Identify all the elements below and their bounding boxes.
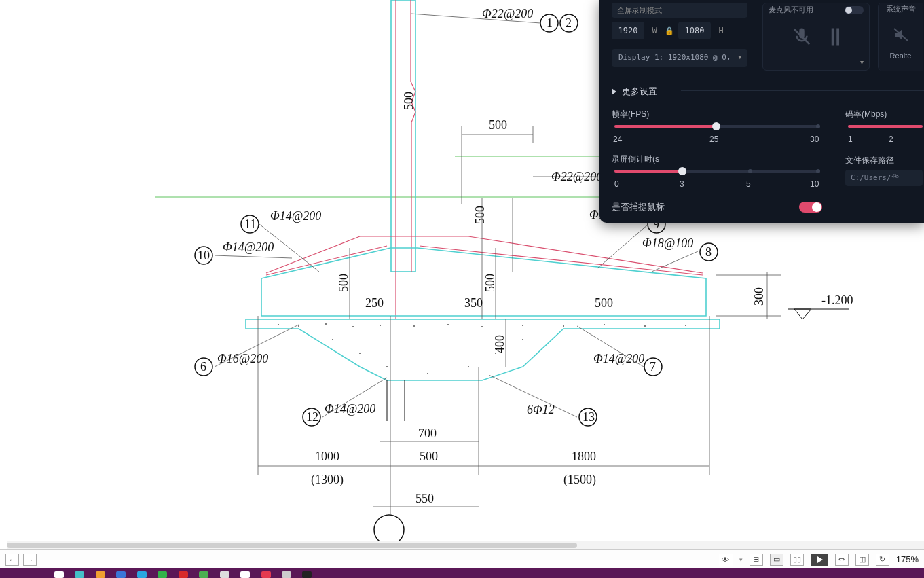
svg-point-27 — [468, 366, 469, 367]
svg-point-21 — [644, 325, 646, 327]
svg-text:(1500): (1500) — [563, 473, 596, 487]
svg-text:Φ22@200: Φ22@200 — [482, 7, 533, 20]
more-settings-label: 更多设置 — [622, 86, 657, 98]
rotate-icon[interactable]: ↻ — [876, 554, 889, 566]
play-icon — [815, 556, 824, 564]
svg-text:Φ14@200: Φ14@200 — [325, 402, 375, 416]
countdown-label: 录屏倒计时(s — [612, 153, 659, 165]
svg-point-12 — [325, 323, 327, 325]
svg-text:500: 500 — [420, 450, 438, 463]
svg-point-20 — [604, 324, 605, 325]
svg-text:1: 1 — [547, 16, 553, 30]
fps-slider[interactable] — [614, 125, 818, 128]
svg-text:(1300): (1300) — [311, 473, 344, 487]
cd-tick-3: 3 — [680, 179, 684, 189]
height-input[interactable] — [678, 22, 711, 39]
svg-text:300: 300 — [752, 287, 766, 306]
bitrate-slider[interactable] — [848, 125, 923, 128]
svg-point-11 — [298, 325, 299, 327]
svg-point-24 — [359, 353, 361, 354]
viewer-bottom-toolbar: ← → 👁 ▾ ⊟ ▭ ▯▯ ⇔ ◫ ↻ 175% — [0, 549, 924, 568]
svg-text:1000: 1000 — [315, 450, 339, 463]
crop-icon[interactable]: ◫ — [855, 554, 869, 566]
svg-text:500: 500 — [483, 274, 497, 292]
width-input[interactable] — [612, 22, 644, 39]
bitrate-label: 码率(Mbps) — [845, 109, 887, 120]
path-input[interactable]: C:/Users/华硕/Vide — [845, 170, 923, 186]
divider — [681, 90, 924, 91]
single-page-icon[interactable]: ▭ — [770, 554, 783, 566]
countdown-slider[interactable] — [614, 170, 818, 173]
svg-point-18 — [522, 325, 523, 326]
svg-text:Φ22@200: Φ22@200 — [551, 170, 602, 183]
svg-text:10: 10 — [198, 249, 210, 262]
chevron-down-icon[interactable]: ▾ — [860, 58, 864, 66]
svg-text:550: 550 — [415, 492, 434, 505]
svg-text:500: 500 — [337, 274, 350, 292]
svg-point-15 — [413, 325, 415, 327]
svg-text:250: 250 — [365, 296, 384, 310]
display-select[interactable]: Display 1: 1920x1080 @ 0, — [612, 49, 747, 67]
svg-text:6: 6 — [200, 360, 206, 374]
svg-line-8 — [266, 236, 360, 273]
microphone-box: 麦克风不可用 ▾ — [762, 3, 870, 71]
play-button[interactable] — [811, 554, 828, 566]
svg-text:Φ16@200: Φ16@200 — [217, 352, 268, 365]
svg-text:11: 11 — [244, 217, 256, 231]
svg-point-79 — [374, 515, 404, 545]
svg-text:7: 7 — [650, 360, 656, 374]
svg-point-14 — [380, 325, 381, 326]
svg-point-22 — [685, 325, 686, 326]
svg-line-52 — [215, 255, 292, 258]
svg-text:13: 13 — [583, 410, 595, 424]
cd-tick-0: 0 — [614, 179, 619, 189]
lock-aspect-icon[interactable]: 🔒 — [665, 26, 674, 35]
two-page-icon[interactable]: ▯▯ — [790, 554, 804, 566]
svg-text:500: 500 — [473, 206, 487, 224]
mic-off-icon — [792, 26, 812, 47]
svg-point-29 — [522, 339, 523, 340]
capture-mouse-toggle[interactable] — [799, 202, 822, 213]
triangle-right-icon — [612, 88, 616, 95]
cd-tick-5: 5 — [746, 179, 751, 189]
layout-split-icon[interactable]: ⊟ — [750, 554, 763, 566]
svg-line-6 — [420, 246, 703, 275]
svg-line-53 — [597, 224, 648, 268]
scrollbar-thumb[interactable] — [7, 543, 577, 548]
svg-point-25 — [386, 366, 388, 367]
prev-page-button[interactable]: ← — [5, 554, 19, 566]
fps-tick-30: 30 — [810, 134, 819, 144]
svg-text:500: 500 — [595, 296, 613, 310]
fps-tick-24: 24 — [613, 134, 622, 144]
mic-level-icon — [828, 26, 843, 47]
sys-audio-label: 系统声音 — [879, 3, 923, 14]
svg-text:500: 500 — [402, 92, 415, 110]
more-settings-toggle[interactable]: 更多设置 — [612, 86, 657, 98]
system-audio-box: 系统声音 Realte — [878, 3, 923, 71]
horizontal-scrollbar[interactable] — [7, 541, 924, 549]
svg-point-23 — [332, 339, 333, 340]
svg-text:6Φ12: 6Φ12 — [527, 403, 555, 416]
svg-point-16 — [447, 324, 449, 325]
svg-point-10 — [278, 324, 279, 325]
br-tick-1: 1 — [848, 134, 853, 144]
windows-taskbar[interactable] — [0, 568, 924, 578]
visibility-icon[interactable]: 👁 — [719, 554, 733, 566]
screen-recorder-panel: 全屏录制模式 W 🔒 H Display 1: 1920x1080 @ 0, 麦… — [599, 0, 924, 223]
w-unit: W — [648, 26, 661, 35]
svg-rect-109 — [832, 29, 834, 46]
svg-point-26 — [427, 373, 428, 374]
svg-point-19 — [563, 325, 564, 327]
zoom-level[interactable]: 175% — [896, 554, 919, 564]
svg-text:-1.200: -1.200 — [821, 293, 853, 307]
path-label: 文件保存路径 — [845, 155, 894, 166]
fit-width-icon[interactable]: ⇔ — [835, 554, 849, 566]
capture-mouse-label: 是否捕捉鼠标 — [612, 201, 665, 213]
svg-text:350: 350 — [464, 296, 483, 310]
mic-toggle[interactable] — [845, 6, 864, 14]
svg-text:Φ18@100: Φ18@100 — [642, 236, 693, 250]
mic-label: 麦克风不可用 — [769, 5, 813, 15]
svg-point-13 — [352, 326, 354, 327]
record-mode-select[interactable]: 全屏录制模式 — [612, 3, 747, 18]
next-page-button[interactable]: → — [23, 554, 37, 566]
